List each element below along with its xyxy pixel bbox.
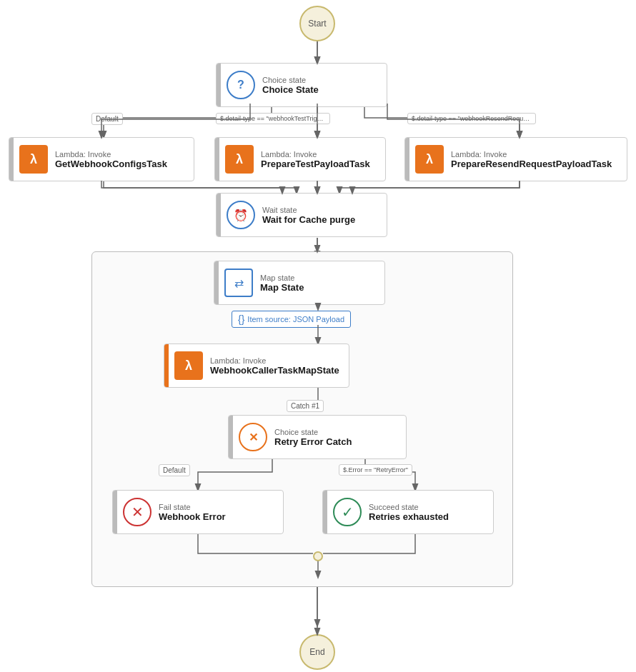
end-node: End — [299, 634, 335, 670]
choice-state-box[interactable]: ? Choice state Choice State — [216, 63, 387, 107]
retry-error-box[interactable]: ✕ Choice state Retry Error Catch — [228, 415, 407, 459]
fail-icon: ✕ — [123, 498, 151, 526]
webhook-caller-box[interactable]: λ Lambda: Invoke WebhookCallerTaskMapSta… — [164, 343, 349, 388]
choice-icon-2: ✕ — [239, 423, 267, 451]
webhook-error-type: Fail state — [159, 503, 226, 511]
wait-state-name: Wait for Cache purge — [262, 214, 355, 225]
map-state-name: Map State — [260, 282, 304, 293]
get-webhook-type: Lambda: Invoke — [55, 150, 167, 159]
map-state-box[interactable]: ⇄ Map state Map State — [214, 261, 385, 305]
diagram-container: Start ? Choice state Choice State Defaul… — [0, 0, 636, 672]
prepare-test-name: PrepareTestPayloadTask — [261, 159, 370, 169]
prepare-test-type: Lambda: Invoke — [261, 150, 370, 159]
map-state-type: Map state — [260, 274, 304, 282]
map-container: ⇄ Map state Map State {} Item source: JS… — [91, 251, 513, 587]
default-label-2: Default — [159, 464, 190, 476]
lambda-icon-3: λ — [415, 145, 444, 174]
item-source-brace: {} — [238, 314, 244, 325]
retry-error-condition-label: $.Error == "RetryError" — [339, 464, 412, 476]
merge-circle — [313, 551, 323, 561]
choice-icon: ? — [227, 71, 255, 99]
retries-exhausted-type: Succeed state — [369, 503, 449, 511]
get-webhook-box[interactable]: λ Lambda: Invoke GetWebhookConfigsTask — [9, 137, 194, 181]
retry-error-type: Choice state — [274, 428, 352, 436]
succeed-icon: ✓ — [333, 498, 362, 526]
catch1-label: Catch #1 — [287, 400, 324, 412]
lambda-icon-4: λ — [174, 351, 203, 380]
prepare-test-box[interactable]: λ Lambda: Invoke PrepareTestPayloadTask — [214, 137, 386, 181]
webhook-error-box[interactable]: ✕ Fail state Webhook Error — [112, 490, 284, 534]
prepare-resend-box[interactable]: λ Lambda: Invoke PrepareResendRequestPay… — [404, 137, 627, 181]
map-icon: ⇄ — [224, 269, 253, 297]
webhook-resend-label: $.detail-type == "webhookResendReque... — [407, 113, 536, 124]
webhook-caller-type: Lambda: Invoke — [210, 356, 339, 365]
choice-state-type: Choice state — [262, 76, 319, 84]
wait-state-type: Wait state — [262, 206, 355, 214]
lambda-icon-1: λ — [19, 145, 48, 174]
webhook-error-name: Webhook Error — [159, 511, 226, 522]
wait-state-box[interactable]: ⏰ Wait state Wait for Cache purge — [216, 193, 387, 237]
retries-exhausted-box[interactable]: ✓ Succeed state Retries exhausted — [322, 490, 494, 534]
lambda-icon-2: λ — [225, 145, 254, 174]
get-webhook-name: GetWebhookConfigsTask — [55, 159, 167, 169]
prepare-resend-name: PrepareResendRequestPayloadTask — [451, 159, 612, 169]
default-label: Default — [91, 113, 123, 125]
webhook-caller-name: WebhookCallerTaskMapState — [210, 365, 339, 376]
prepare-resend-type: Lambda: Invoke — [451, 150, 612, 159]
retries-exhausted-name: Retries exhausted — [369, 511, 449, 522]
webhook-test-label: $.detail-type == "webhookTestTriggered..… — [216, 113, 330, 124]
retry-error-name: Retry Error Catch — [274, 436, 352, 447]
choice-state-name: Choice State — [262, 84, 319, 95]
wait-icon: ⏰ — [227, 201, 255, 229]
item-source-label: Item source: JSON Payload — [247, 315, 344, 324]
start-node: Start — [299, 6, 335, 41]
item-source-badge: {} Item source: JSON Payload — [232, 311, 351, 328]
